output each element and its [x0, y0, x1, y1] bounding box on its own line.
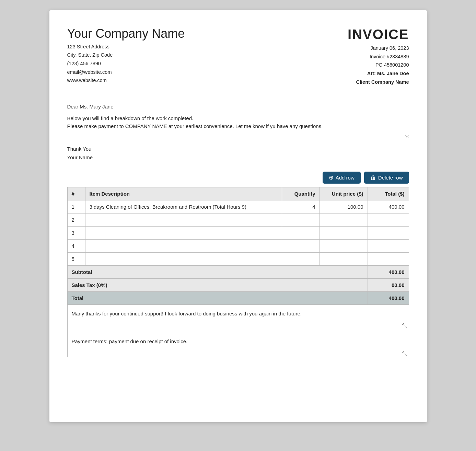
- email: email@website.com: [67, 68, 185, 77]
- row-num: 5: [67, 252, 85, 265]
- tax-value: 00.00: [368, 278, 409, 291]
- subtotal-label: Subtotal: [67, 265, 368, 278]
- row-total[interactable]: [368, 239, 409, 252]
- table-row: 2: [67, 213, 409, 226]
- row-description[interactable]: [85, 252, 282, 265]
- tax-row: Sales Tax (0%) 00.00: [67, 278, 409, 291]
- footer-note2-textarea[interactable]: Payment terms: payment due on receipt of…: [72, 337, 405, 354]
- salutation: Dear Ms. Mary Jane: [67, 104, 409, 109]
- company-name: Your Company Name: [67, 27, 185, 41]
- footer-note1-textarea[interactable]: Many thanks for your continued support! …: [72, 310, 405, 326]
- invoice-po: PO 456001200: [348, 61, 409, 69]
- total-value: 400.00: [368, 291, 409, 304]
- invoice-table: # Item Description Quantity Unit price (…: [67, 187, 409, 305]
- delete-icon: 🗑: [370, 175, 376, 181]
- invoice-header: Your Company Name 123 Street Address Cit…: [67, 27, 409, 86]
- resize-handle-letter: ↘: [404, 134, 409, 138]
- subtotal-row: Subtotal 400.00: [67, 265, 409, 278]
- table-row: 5: [67, 252, 409, 265]
- phone: (123) 456 7890: [67, 59, 185, 68]
- letter-body-textarea[interactable]: Below you will find a breakdown of the w…: [67, 114, 409, 138]
- row-quantity[interactable]: [282, 226, 320, 239]
- col-header-total: Total ($): [368, 187, 409, 200]
- row-unit-price[interactable]: [320, 252, 368, 265]
- row-description[interactable]: [85, 226, 282, 239]
- row-total[interactable]: 400.00: [368, 200, 409, 213]
- row-description[interactable]: [85, 239, 282, 252]
- row-description[interactable]: 3 days Cleaning of Offices, Breakroom an…: [85, 200, 282, 213]
- thank-you: Thank You Your Name: [67, 144, 409, 162]
- total-label: Total: [67, 291, 368, 304]
- address-line1: 123 Street Address: [67, 43, 185, 51]
- footer-note1-wrap: Many thanks for your continued support! …: [68, 305, 409, 329]
- subtotal-value: 400.00: [368, 265, 409, 278]
- invoice-date: January 06, 2023: [348, 44, 409, 53]
- footer-note2-wrap: Payment terms: payment due on receipt of…: [68, 333, 409, 357]
- resize-handle-footer1: ↘: [404, 324, 409, 329]
- delete-row-label: Delete row: [378, 175, 403, 181]
- row-num: 2: [67, 213, 85, 226]
- row-unit-price[interactable]: [320, 226, 368, 239]
- row-total[interactable]: [368, 226, 409, 239]
- table-controls: ⊕ Add row 🗑 Delete row: [67, 172, 409, 184]
- row-unit-price[interactable]: [320, 213, 368, 226]
- table-row: 1 3 days Cleaning of Offices, Breakroom …: [67, 200, 409, 213]
- client-company: Client Company Name: [348, 78, 409, 86]
- delete-row-button[interactable]: 🗑 Delete row: [364, 172, 409, 184]
- invoice-number: Invoice #2334889: [348, 53, 409, 61]
- invoice-info: INVOICE January 06, 2023 Invoice #233488…: [348, 27, 409, 86]
- resize-handle-footer2: ↘: [404, 352, 409, 357]
- tax-label: Sales Tax (0%): [67, 278, 368, 291]
- invoice-page: Your Company Name 123 Street Address Cit…: [49, 10, 427, 422]
- col-header-num: #: [67, 187, 85, 200]
- row-quantity[interactable]: [282, 213, 320, 226]
- add-row-button[interactable]: ⊕ Add row: [323, 172, 361, 184]
- row-quantity[interactable]: 4: [282, 200, 320, 213]
- invoice-title: INVOICE: [348, 27, 409, 42]
- col-header-quantity: Quantity: [282, 187, 320, 200]
- row-total[interactable]: [368, 213, 409, 226]
- table-header-row: # Item Description Quantity Unit price (…: [67, 187, 409, 200]
- row-quantity[interactable]: [282, 239, 320, 252]
- address-line2: City, State, Zip Code: [67, 51, 185, 59]
- add-row-label: Add row: [336, 175, 355, 181]
- row-num: 4: [67, 239, 85, 252]
- total-row: Total 400.00: [67, 291, 409, 304]
- row-total[interactable]: [368, 252, 409, 265]
- row-quantity[interactable]: [282, 252, 320, 265]
- row-num: 3: [67, 226, 85, 239]
- footer-section: Many thanks for your continued support! …: [67, 305, 409, 357]
- add-icon: ⊕: [329, 175, 334, 181]
- letter-body-wrap: Below you will find a breakdown of the w…: [67, 114, 409, 138]
- invoice-att: Att: Ms. Jane Doe: [348, 69, 409, 78]
- website: www.website.com: [67, 76, 185, 85]
- header-divider: [67, 96, 409, 96]
- sign-off: Thank You Your Name: [67, 144, 409, 162]
- row-unit-price[interactable]: 100.00: [320, 200, 368, 213]
- company-info: Your Company Name 123 Street Address Cit…: [67, 27, 185, 85]
- table-row: 4: [67, 239, 409, 252]
- row-num: 1: [67, 200, 85, 213]
- table-row: 3: [67, 226, 409, 239]
- row-description[interactable]: [85, 213, 282, 226]
- col-header-description: Item Description: [85, 187, 282, 200]
- row-unit-price[interactable]: [320, 239, 368, 252]
- col-header-unit-price: Unit price ($): [320, 187, 368, 200]
